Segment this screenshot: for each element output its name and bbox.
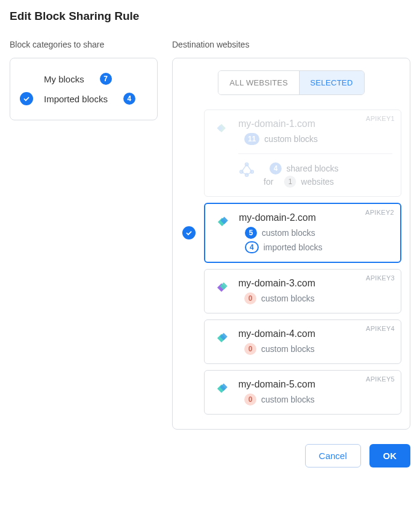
category-label: My blocks xyxy=(44,74,84,84)
site-row: APIKEY2 my-domain-2.com 5 custom blocks xyxy=(181,203,401,263)
category-row-my-blocks[interactable]: My blocks 7 xyxy=(19,69,149,88)
cancel-button[interactable]: Cancel xyxy=(305,444,361,467)
custom-count-badge: 0 xyxy=(244,292,256,304)
site-card[interactable]: APIKEY1 my-domain-1.com 11 custom blocks xyxy=(204,110,401,197)
site-row: APIKEY3 my-domain-3.com 0 custom blocks xyxy=(181,269,401,313)
custom-count-badge: 0 xyxy=(244,343,256,355)
tab-selected[interactable]: SELECTED xyxy=(299,71,364,94)
api-key-label: APIKEY3 xyxy=(366,274,395,282)
for-prefix: for xyxy=(264,177,273,187)
custom-count-badge: 11 xyxy=(244,133,259,145)
custom-label: custom blocks xyxy=(264,134,318,144)
site-row: APIKEY1 my-domain-1.com 11 custom blocks xyxy=(181,110,401,197)
for-label: websites xyxy=(301,177,333,187)
site-card[interactable]: APIKEY2 my-domain-2.com 5 custom blocks xyxy=(204,203,401,263)
blocks-icon xyxy=(213,120,230,137)
destinations-section-label: Destination websites xyxy=(172,40,410,49)
custom-label: custom blocks xyxy=(261,395,315,404)
custom-count-badge: 0 xyxy=(244,393,256,406)
site-card[interactable]: APIKEY4 my-domain-4.com 0 custom blocks xyxy=(204,319,401,364)
categories-section-label: Block categories to share xyxy=(10,40,158,49)
api-key-label: APIKEY5 xyxy=(366,375,395,383)
blocks-icon xyxy=(213,330,230,347)
blocks-icon xyxy=(213,279,230,296)
dialog-title: Edit Block Sharing Rule xyxy=(10,10,410,23)
custom-label: custom blocks xyxy=(262,228,315,238)
shared-label: shared blocks xyxy=(286,164,338,173)
ok-button[interactable]: OK xyxy=(369,444,411,467)
api-key-label: APIKEY1 xyxy=(366,115,395,122)
custom-label: custom blocks xyxy=(261,294,315,303)
api-key-label: APIKEY4 xyxy=(366,325,395,332)
site-card[interactable]: APIKEY5 my-domain-5.com 0 custom blocks xyxy=(204,370,401,415)
svg-line-6 xyxy=(241,164,247,171)
category-count-badge: 4 xyxy=(123,93,135,105)
site-row: APIKEY4 my-domain-4.com 0 custom blocks xyxy=(181,319,401,364)
blocks-icon xyxy=(214,214,230,230)
share-graph-icon xyxy=(238,161,255,178)
svg-line-7 xyxy=(247,164,252,171)
site-card[interactable]: APIKEY3 my-domain-3.com 0 custom blocks xyxy=(204,269,401,313)
site-list: APIKEY1 my-domain-1.com 11 custom blocks xyxy=(181,110,401,415)
category-count-badge: 7 xyxy=(100,73,112,85)
categories-panel: My blocks 7 Imported blocks 4 xyxy=(10,58,158,120)
custom-label: custom blocks xyxy=(261,344,315,354)
imported-count-badge: 4 xyxy=(245,241,259,253)
category-label: Imported blocks xyxy=(44,94,108,104)
check-circle-icon[interactable] xyxy=(182,226,196,239)
dialog-actions: Cancel OK xyxy=(172,444,410,467)
imported-label: imported blocks xyxy=(264,242,323,252)
api-key-label: APIKEY2 xyxy=(365,209,394,216)
check-circle-icon xyxy=(20,92,33,105)
for-count-badge: 1 xyxy=(284,176,296,188)
custom-count-badge: 5 xyxy=(245,227,257,239)
shared-count-badge: 4 xyxy=(270,162,282,174)
site-row: APIKEY5 my-domain-5.com 0 custom blocks xyxy=(181,370,401,415)
destinations-panel: ALL WEBSITES SELECTED APIKEY1 my- xyxy=(172,58,410,430)
checkbox-slot xyxy=(19,92,34,105)
site-check-slot xyxy=(181,226,197,239)
blocks-icon xyxy=(213,380,230,397)
website-filter-tabs: ALL WEBSITES SELECTED xyxy=(218,70,364,95)
category-row-imported-blocks[interactable]: Imported blocks 4 xyxy=(19,88,149,109)
tab-all-websites[interactable]: ALL WEBSITES xyxy=(218,71,298,94)
